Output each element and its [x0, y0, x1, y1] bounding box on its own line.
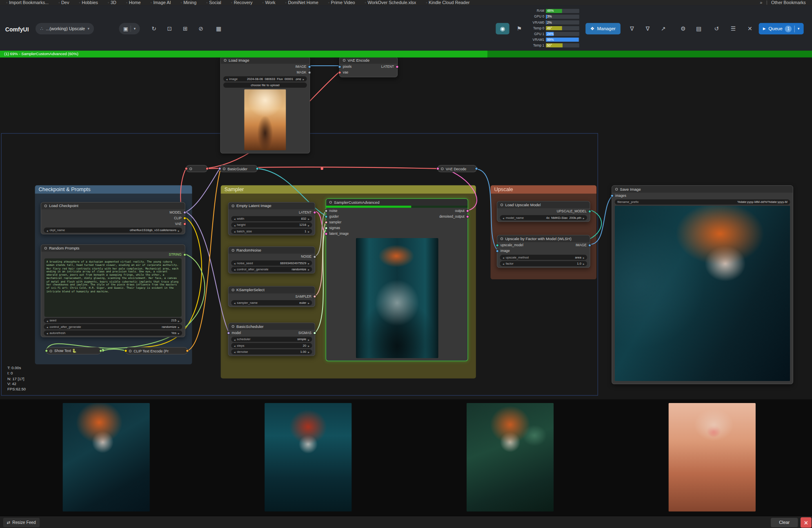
widget-steps[interactable]: ◂steps20▸ [231, 343, 312, 348]
bookmark-item[interactable]: ▫Social [207, 0, 221, 5]
output-dot[interactable] [588, 243, 592, 247]
increment-icon[interactable]: ▸ [178, 325, 180, 329]
save-options-chevron[interactable]: ▾ [134, 27, 136, 31]
node-titlebar[interactable]: RandomNoise [229, 247, 315, 254]
bookmark-item[interactable]: ▫Work [263, 0, 276, 5]
bookmark-item[interactable]: ▫Dev [58, 0, 69, 5]
group-title[interactable]: Upscale [491, 185, 596, 194]
node-titlebar[interactable]: KSamplerSelect [229, 287, 315, 294]
grid-view-button[interactable]: ▦ [212, 23, 225, 34]
output-dot[interactable] [99, 349, 102, 352]
input-slot[interactable]: sampler [326, 219, 341, 225]
input-slot[interactable]: upscale_model [497, 242, 523, 248]
output-dot[interactable] [308, 71, 311, 74]
clear-queue-button[interactable]: ✕ [743, 23, 756, 34]
node-reroute-collapsed[interactable] [186, 165, 208, 172]
node-titlebar[interactable]: BasicScheduler [229, 323, 315, 330]
feed-image-3[interactable] [467, 403, 554, 512]
output-dot[interactable] [313, 211, 316, 214]
output-slot[interactable]: LATENT [381, 64, 397, 69]
disable-button[interactable]: ⊘ [194, 23, 208, 34]
node-load-image[interactable]: Load Image IMAGEMASK ◂image2024-08-06_08… [220, 56, 310, 154]
close-feed-button[interactable]: ✕ [801, 517, 812, 528]
widget-filename_prefix[interactable]: filename_prefix%date:yyyy-MM-dd%/%date:y… [615, 199, 790, 205]
decrement-icon[interactable]: ◂ [234, 337, 236, 341]
workflow-selector[interactable]: ∴ ...(working) Upscale ▾ [36, 23, 94, 34]
increment-icon[interactable]: ▸ [308, 261, 309, 265]
output-slot[interactable]: SAMPLER [295, 293, 314, 299]
collapse-toggle[interactable] [329, 201, 332, 203]
widget-seed[interactable]: ◂seed215▸ [44, 318, 182, 323]
settings-gear-button[interactable]: ⚙ [676, 23, 690, 34]
collapse-toggle[interactable] [232, 205, 234, 207]
input-slot[interactable]: image [497, 248, 509, 254]
feed-image-1[interactable] [62, 403, 149, 512]
input-dot[interactable] [325, 232, 328, 235]
increment-icon[interactable]: ▸ [303, 77, 304, 81]
collapse-toggle[interactable] [343, 59, 345, 61]
widget-image[interactable]: ◂image2024-08-06_080633_Flux_00001_.png▸ [223, 76, 307, 82]
collapse-toggle[interactable] [189, 167, 192, 170]
increment-icon[interactable]: ▸ [178, 319, 180, 322]
collapse-toggle[interactable] [44, 247, 47, 250]
input-slot[interactable]: latent_image [326, 231, 349, 236]
decrement-icon[interactable]: ◂ [503, 256, 504, 259]
widget-control_after_generate[interactable]: ◂control_after_generaterandomize▸ [231, 267, 312, 272]
widget-autorefresh[interactable]: ◂autorefreshYes▸ [44, 330, 182, 336]
increment-icon[interactable]: ▸ [308, 350, 309, 354]
input-slot[interactable]: sigmas [326, 225, 340, 231]
output-slot[interactable]: CLIP [174, 215, 185, 221]
decrement-icon[interactable]: ◂ [234, 217, 236, 221]
bookmark-button[interactable]: ⚑ [512, 23, 526, 34]
output-dot[interactable] [183, 216, 187, 220]
output-dot[interactable] [186, 349, 189, 352]
decrement-icon[interactable]: ◂ [226, 77, 227, 81]
output-slot[interactable]: NOISE [301, 254, 315, 259]
node-vae-encode[interactable]: VAE Encode pixelsLATENTvae [339, 56, 398, 77]
output-slot[interactable]: IMAGE [296, 64, 309, 69]
copy-button[interactable]: ⊡ [163, 23, 176, 34]
output-dot[interactable] [588, 209, 592, 213]
filter-button[interactable]: ∇ [625, 23, 638, 34]
input-dot[interactable] [218, 167, 221, 170]
increment-icon[interactable]: ▸ [308, 223, 309, 227]
widget-denoise[interactable]: ◂denoise1.00▸ [231, 349, 312, 354]
collapse-toggle[interactable] [501, 204, 503, 206]
node-titlebar[interactable]: VAE Encode [340, 57, 397, 64]
input-slot[interactable]: images [612, 193, 626, 198]
output-slot[interactable]: SIGMAS [298, 330, 315, 336]
node-sampler-custom-advanced[interactable]: SamplerCustomAdvanced noiseoutputguiderd… [326, 198, 468, 361]
increment-icon[interactable]: ▸ [308, 337, 309, 341]
prompt-textarea[interactable]: A brooding atmosphere of a dystopian aug… [44, 258, 182, 317]
output-slot[interactable]: STRING [169, 252, 185, 257]
output-dot[interactable] [308, 65, 311, 68]
output-dot[interactable] [183, 222, 187, 225]
clipboard-button[interactable]: ▤ [692, 23, 705, 34]
increment-icon[interactable]: ▸ [583, 262, 585, 265]
increment-icon[interactable]: ▸ [308, 229, 309, 233]
bookmark-item[interactable]: ▫Hobbies [79, 0, 98, 5]
input-dot[interactable] [325, 221, 328, 224]
output-slot[interactable]: output [455, 208, 468, 214]
group-title[interactable]: Checkpoint & Prompts [35, 185, 192, 194]
output-dot[interactable] [313, 295, 316, 298]
feed-image-2[interactable] [265, 403, 351, 512]
input-dot[interactable] [124, 349, 127, 352]
widget-batch_size[interactable]: ◂batch_size1▸ [231, 229, 312, 234]
queue-list-button[interactable]: ☰ [726, 23, 740, 34]
output-dot[interactable] [313, 255, 316, 258]
bookmark-item[interactable]: ▫Mining [181, 0, 197, 5]
node-vae-decode-collapsed[interactable]: VAE Decode [437, 165, 477, 172]
other-bookmarks[interactable]: Other Bookmarks [771, 0, 806, 5]
widget-sampler_name[interactable]: ◂sampler_nameeuler▸ [231, 300, 312, 305]
input-slot[interactable]: vae [340, 69, 348, 75]
collapse-toggle[interactable] [232, 289, 234, 291]
increment-icon[interactable]: ▸ [308, 301, 309, 305]
bookmark-item[interactable]: ▫Image AI [151, 0, 171, 5]
node-titlebar[interactable]: Load Image [221, 57, 309, 64]
output-dot[interactable] [396, 65, 399, 68]
input-dot[interactable] [611, 194, 614, 197]
widget-height[interactable]: ◂height1216▸ [231, 223, 312, 228]
increment-icon[interactable]: ▸ [583, 256, 585, 259]
collapse-toggle[interactable] [501, 238, 503, 240]
